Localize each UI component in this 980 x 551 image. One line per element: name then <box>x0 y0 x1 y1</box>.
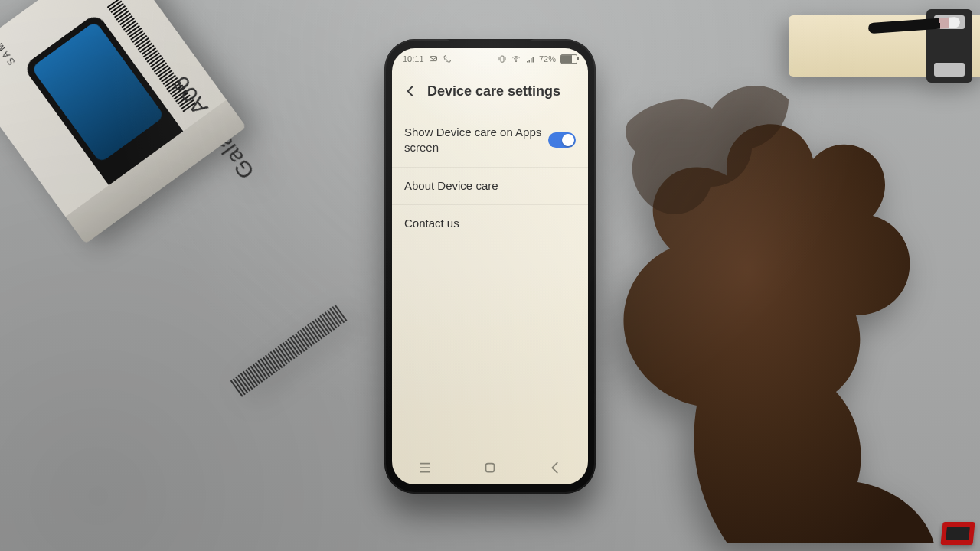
home-icon <box>482 459 498 476</box>
svg-rect-6 <box>485 464 494 472</box>
product-box: SAMSUNG Galaxy A06 <box>0 0 304 291</box>
row-label: About Device care <box>404 178 498 194</box>
row-contact-us[interactable]: Contact us <box>392 205 588 242</box>
svg-rect-1 <box>501 56 504 62</box>
nav-recents-button[interactable] <box>416 459 433 476</box>
page-title: Device care settings <box>427 83 560 99</box>
status-bar: 10:11 72% <box>392 48 588 70</box>
human-hand <box>536 69 934 543</box>
page-header: Device care settings <box>392 71 588 111</box>
phone-device: 10:11 72% Device care settings <box>384 39 596 494</box>
row-label: Show Device care on Apps screen <box>404 125 542 156</box>
product-box-model: Galaxy A06 <box>168 70 260 184</box>
phone-icon <box>443 54 452 64</box>
row-label: Contact us <box>404 216 459 231</box>
wooden-jig <box>758 0 980 99</box>
signal-icon <box>525 54 534 64</box>
product-box-phone-art <box>22 12 195 203</box>
toggle-show-on-apps[interactable] <box>548 132 576 148</box>
wifi-icon <box>511 54 521 64</box>
row-show-on-apps[interactable]: Show Device care on Apps screen <box>392 114 588 168</box>
barcode-icon <box>230 305 348 397</box>
toggle-knob-icon <box>562 134 574 146</box>
phone-screen: 10:11 72% Device care settings <box>392 48 588 484</box>
row-about-device-care[interactable]: About Device care <box>392 168 588 205</box>
wood-plank <box>789 15 980 77</box>
hinge-icon <box>926 9 972 83</box>
settings-list: Show Device care on Apps screen About De… <box>392 114 588 242</box>
recents-icon <box>416 459 433 476</box>
scene-photo: SAMSUNG Galaxy A06 10:11 <box>0 0 980 551</box>
product-box-side <box>66 99 247 243</box>
battery-icon <box>560 54 577 64</box>
chevron-left-icon <box>547 459 564 476</box>
channel-logo-icon <box>940 522 975 545</box>
stylus-pen <box>868 17 961 34</box>
product-box-top: SAMSUNG Galaxy A06 <box>0 0 231 223</box>
phone-speaker <box>469 48 511 53</box>
product-box-brand: SAMSUNG <box>0 10 18 67</box>
phone-notch <box>444 39 536 59</box>
svg-point-2 <box>515 61 516 62</box>
vibrate-icon <box>498 54 507 64</box>
chevron-left-icon <box>403 83 418 99</box>
svg-rect-0 <box>430 57 436 61</box>
message-icon <box>429 54 438 64</box>
status-time: 10:11 <box>403 54 424 64</box>
android-nav-bar <box>392 451 588 484</box>
back-button[interactable] <box>403 83 418 99</box>
battery-percent: 72% <box>539 54 556 64</box>
nav-home-button[interactable] <box>482 459 498 476</box>
barcode-icon <box>107 0 196 112</box>
nav-back-button[interactable] <box>547 459 564 476</box>
